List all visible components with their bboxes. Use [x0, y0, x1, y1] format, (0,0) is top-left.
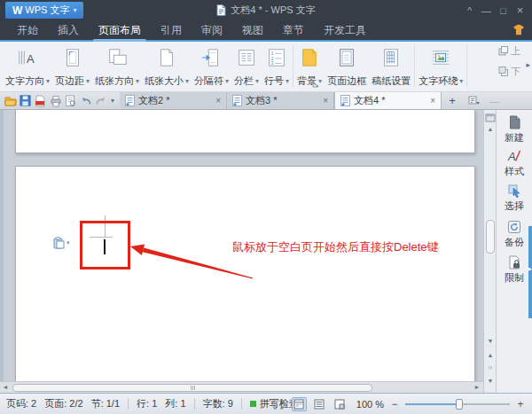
- paste-options-button[interactable]: ▾: [53, 237, 70, 249]
- button-label: 下: [511, 65, 520, 78]
- group-separator: [466, 45, 467, 88]
- line-numbers-button[interactable]: 123 行号▾: [262, 43, 292, 90]
- window-title: 文档4 * - WPS 文字: [0, 0, 532, 20]
- quick-access-more-icon[interactable]: ▾: [108, 97, 117, 105]
- scroll-left-icon[interactable]: ◄: [0, 382, 11, 393]
- status-column: 列: 1: [165, 397, 185, 410]
- separator: [241, 398, 242, 410]
- tab-section[interactable]: 章节: [273, 20, 314, 40]
- document-tab-doc2[interactable]: 文档2 * ×: [120, 92, 227, 109]
- spell-check-ok-icon: [250, 401, 256, 407]
- undo-icon[interactable]: [78, 93, 93, 109]
- status-line: 行: 1: [137, 397, 157, 410]
- select-browse-object-icon[interactable]: ○: [484, 363, 496, 372]
- svg-text:A: A: [507, 150, 516, 163]
- open-icon[interactable]: [3, 93, 18, 109]
- panel-collapse-strip[interactable]: [528, 226, 532, 318]
- tab-review[interactable]: 审阅: [192, 20, 232, 40]
- columns-icon: [236, 46, 257, 69]
- tab-page-layout[interactable]: 页面布局: [89, 20, 151, 40]
- task-side-panel: 新建 A 样式 选择 备份 限制 ▶: [496, 110, 532, 393]
- accent-line: [0, 40, 532, 42]
- print-icon[interactable]: [48, 93, 63, 109]
- text-wrapping-button[interactable]: 文字环绕▾: [416, 43, 466, 90]
- sidebar-item-backup[interactable]: 备份: [497, 220, 532, 249]
- page-view-icon[interactable]: [292, 397, 307, 411]
- close-tab-icon[interactable]: ×: [215, 96, 221, 105]
- margins-button[interactable]: 页边距▾: [52, 43, 92, 90]
- save-icon[interactable]: [18, 93, 33, 109]
- horizontal-scroll-thumb[interactable]: [12, 384, 372, 392]
- zoom-in-button[interactable]: +: [515, 398, 526, 410]
- sidebar-item-styles[interactable]: A 样式: [497, 149, 532, 178]
- zoom-level: 100 %: [356, 399, 384, 410]
- sidebar-item-label: 选择: [505, 199, 524, 213]
- background-icon: [299, 46, 320, 69]
- manuscript-grid-button[interactable]: 稿纸设置: [369, 43, 413, 90]
- sidebar-item-new[interactable]: 新建: [497, 115, 532, 145]
- tab-references[interactable]: 引用: [151, 20, 192, 40]
- document-tab-doc3[interactable]: 文档3 * ×: [227, 92, 334, 109]
- export-pdf-icon[interactable]: [33, 93, 48, 109]
- status-pages: 页面: 2/2: [44, 397, 82, 410]
- status-word-count[interactable]: 字数: 9: [203, 397, 233, 410]
- page-setup-dialog-launcher-icon[interactable]: [312, 81, 319, 88]
- text-direction-button[interactable]: A 文字方向▾: [3, 43, 52, 90]
- send-backward-button[interactable]: 下: [498, 65, 520, 78]
- button-label: 纸张方向: [95, 74, 134, 88]
- close-button[interactable]: ×: [512, 4, 528, 17]
- scroll-down-icon[interactable]: ▼: [484, 337, 496, 346]
- print-preview-icon[interactable]: [63, 93, 78, 109]
- collapse-ribbon-button[interactable]: ^: [461, 5, 478, 16]
- vertical-scroll-thumb[interactable]: [486, 220, 495, 254]
- paper-size-icon: [156, 46, 177, 69]
- paper-size-button[interactable]: 纸张大小▾: [142, 43, 192, 90]
- margins-icon: [62, 46, 83, 69]
- page-borders-icon: [336, 46, 357, 69]
- ribbon-overflow-arrow-icon[interactable]: ▸: [526, 60, 530, 69]
- minimize-button[interactable]: —: [478, 5, 495, 16]
- tab-dev-tools[interactable]: 开发工具: [314, 20, 376, 40]
- quick-access-toolbar: ▾: [0, 92, 120, 109]
- page-2-blank[interactable]: [15, 166, 475, 381]
- styles-icon: A: [507, 149, 521, 163]
- zoom-out-button[interactable]: −: [389, 398, 400, 410]
- zoom-slider[interactable]: [405, 399, 510, 410]
- dropdown-arrow-icon: ▾: [255, 77, 259, 85]
- web-view-icon[interactable]: [332, 397, 348, 411]
- outline-view-icon[interactable]: [312, 397, 327, 411]
- scroll-right-icon[interactable]: ►: [472, 382, 482, 393]
- document-tab-icon: [125, 95, 135, 106]
- breaks-button[interactable]: 分隔符▾: [192, 43, 231, 90]
- tab-insert[interactable]: 插入: [48, 20, 89, 40]
- background-button[interactable]: 背景▾: [294, 43, 325, 90]
- skin-theme-icon[interactable]: [512, 24, 525, 36]
- sidebar-item-label: 样式: [505, 165, 524, 178]
- maximize-button[interactable]: □: [495, 5, 512, 16]
- close-tab-icon[interactable]: ×: [323, 96, 328, 105]
- paper-orientation-button[interactable]: 纸张方向▾: [92, 43, 142, 90]
- dropdown-arrow-icon: ▾: [286, 77, 289, 85]
- new-document-tab-button[interactable]: +: [442, 92, 463, 109]
- bring-forward-button[interactable]: 上: [498, 44, 520, 58]
- page-borders-button[interactable]: 页面边框: [325, 43, 369, 90]
- tab-view[interactable]: 视图: [232, 20, 273, 40]
- tab-list-icon[interactable]: [463, 92, 484, 109]
- document-canvas[interactable]: ▾ 鼠标放于空白页开始然后直接按Delete键 ◄ ► ▲ ▼ ▲ ○ ▼: [0, 110, 496, 393]
- columns-button[interactable]: 分栏▾: [231, 43, 262, 90]
- close-tab-icon[interactable]: ×: [430, 96, 435, 105]
- previous-page-icon[interactable]: ▲: [484, 351, 496, 360]
- fullscreen-view-icon[interactable]: [271, 397, 286, 411]
- sidebar-item-restrict[interactable]: 限制: [497, 255, 532, 285]
- vertical-scrollbar[interactable]: ▲ ▼ ▲ ○ ▼: [483, 110, 496, 393]
- tab-home[interactable]: 开始: [7, 20, 48, 40]
- scroll-up-icon[interactable]: ▲: [484, 125, 496, 134]
- document-tab-doc4[interactable]: 文档4 * ×: [334, 92, 442, 109]
- page-1-bottom[interactable]: [15, 110, 475, 153]
- horizontal-scrollbar[interactable]: ◄ ►: [0, 381, 483, 393]
- redo-icon[interactable]: [93, 93, 108, 109]
- ruler-toggle-icon[interactable]: [485, 113, 496, 123]
- sidebar-item-select[interactable]: 选择: [497, 184, 532, 213]
- next-page-icon[interactable]: ▼: [484, 377, 496, 386]
- zoom-slider-thumb[interactable]: [456, 399, 463, 410]
